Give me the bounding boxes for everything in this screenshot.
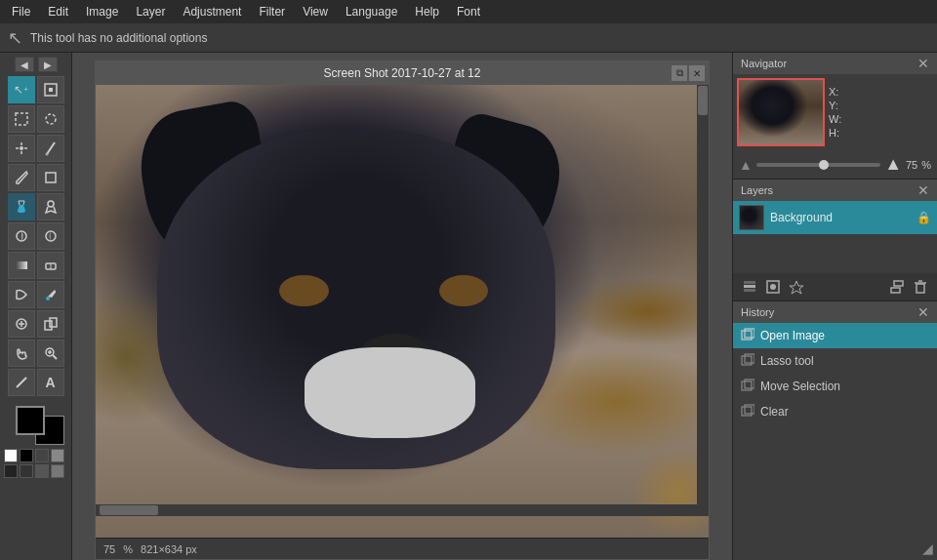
svg-rect-1: [49, 88, 53, 92]
menu-language[interactable]: Language: [338, 3, 405, 20]
stamp-tool-btn[interactable]: [37, 193, 64, 220]
burn-tool-btn[interactable]: [37, 222, 64, 250]
smudge-tool-btn[interactable]: [8, 281, 35, 308]
menu-edit[interactable]: Edit: [40, 3, 76, 20]
magic-wand-tool-btn[interactable]: [8, 135, 35, 162]
clone-tool-btn[interactable]: [37, 310, 64, 338]
bucket-tool-btn[interactable]: [8, 193, 35, 220]
history-item-label-3: Clear: [760, 405, 789, 419]
layers-close-btn[interactable]: ✕: [917, 182, 929, 198]
canvas-content[interactable]: [96, 85, 709, 538]
svg-rect-40: [742, 331, 752, 340]
color-preset-black[interactable]: [20, 449, 33, 462]
heal-tool-btn[interactable]: [8, 310, 35, 338]
svg-rect-41: [745, 329, 754, 338]
zoom-slider-thumb: [819, 160, 829, 170]
canvas-zoom-unit: %: [123, 543, 133, 555]
horizontal-scrollbar[interactable]: [96, 504, 697, 516]
svg-rect-46: [742, 407, 752, 416]
canvas-close-btn[interactable]: ✕: [689, 65, 705, 81]
zoom-tool-btn[interactable]: [37, 340, 64, 367]
eraser-tool-btn[interactable]: [37, 252, 64, 279]
svg-rect-37: [917, 284, 924, 293]
vertical-scrollbar[interactable]: [697, 85, 709, 516]
scrollbar-thumb-h: [100, 505, 158, 515]
layers-title: Layers: [741, 184, 773, 196]
transform-tool-btn[interactable]: [37, 76, 64, 103]
history-header[interactable]: History ✕: [733, 301, 937, 323]
color-presets-2: [4, 464, 68, 478]
menu-layer[interactable]: Layer: [128, 3, 173, 20]
layer-thumbnail: [739, 205, 764, 230]
layer-effects-btn[interactable]: [786, 277, 807, 297]
zoom-mountain-large-icon: ▲: [884, 154, 902, 175]
svg-line-28: [17, 378, 26, 387]
menu-image[interactable]: Image: [78, 3, 126, 20]
navigator-close-btn[interactable]: ✕: [917, 56, 929, 71]
svg-rect-2: [16, 113, 27, 125]
line-tool-btn[interactable]: [8, 369, 35, 396]
menu-adjustment[interactable]: Adjustment: [175, 3, 249, 20]
select-lasso-tool-btn[interactable]: [37, 105, 64, 133]
svg-rect-29: [744, 285, 755, 288]
text-tool-btn[interactable]: A: [37, 369, 64, 396]
layer-add-btn[interactable]: [886, 277, 908, 297]
menu-file[interactable]: File: [4, 3, 38, 20]
shape-tool-btn[interactable]: [37, 164, 64, 191]
layer-delete-btn[interactable]: [910, 277, 931, 297]
history-title: History: [741, 306, 774, 318]
svg-rect-42: [742, 356, 752, 365]
color-preset-4[interactable]: [51, 464, 64, 478]
layer-background-item[interactable]: Background 🔒: [733, 201, 937, 234]
zoom-slider[interactable]: [756, 163, 880, 167]
history-item-lasso[interactable]: Lasso tool: [733, 348, 937, 374]
history-item-open-image[interactable]: Open Image: [733, 323, 937, 348]
color-preset-gray2[interactable]: [51, 449, 64, 462]
layer-type-btn[interactable]: [739, 277, 760, 297]
eyedrop-tool-btn[interactable]: [37, 281, 64, 308]
history-item-clear[interactable]: Clear: [733, 399, 937, 424]
history-item-move-selection[interactable]: Move Selection: [733, 374, 937, 399]
layer-name: Background: [770, 211, 911, 224]
dodge-tool-btn[interactable]: [8, 222, 35, 250]
navigator-thumb-image: [739, 80, 823, 144]
menu-font[interactable]: Font: [449, 3, 488, 20]
foreground-color-swatch[interactable]: [16, 406, 45, 435]
navigator-thumbnail[interactable]: [737, 78, 825, 146]
nav-h-label: H:: [829, 127, 841, 139]
color-preset-2[interactable]: [20, 464, 33, 478]
move-tool-btn[interactable]: ↖+: [8, 76, 35, 103]
svg-rect-44: [742, 381, 752, 390]
zoom-percent-sign: %: [921, 159, 931, 171]
menu-help[interactable]: Help: [407, 3, 447, 20]
gradient-tool-btn[interactable]: [8, 252, 35, 279]
color-preset-gray1[interactable]: [35, 449, 49, 462]
navigator-header[interactable]: Navigator ✕: [733, 53, 937, 74]
svg-point-3: [46, 114, 56, 124]
pencil-tool-btn[interactable]: [37, 135, 64, 162]
canvas-restore-btn[interactable]: ⧉: [672, 65, 687, 81]
hand-tool-btn[interactable]: [8, 340, 35, 367]
toolbox: ◀ ▶ ↖+: [0, 53, 72, 560]
color-preset-3[interactable]: [35, 464, 49, 478]
tool-nav-next[interactable]: ▶: [38, 57, 58, 72]
layers-toolbar: [733, 273, 937, 300]
tool-nav-prev[interactable]: ◀: [15, 57, 34, 72]
menu-view[interactable]: View: [295, 3, 336, 20]
canvas-area: Screen Shot 2017-10-27 at 12 ⧉ ✕: [72, 53, 732, 560]
layer-mask-btn[interactable]: [762, 277, 784, 297]
brush-tool-btn[interactable]: [8, 164, 35, 191]
layers-panel: Layers ✕ Background 🔒: [733, 180, 937, 301]
svg-rect-36: [894, 281, 903, 286]
history-close-btn[interactable]: ✕: [917, 304, 929, 320]
scrollbar-thumb-v: [698, 86, 708, 115]
layers-header[interactable]: Layers ✕: [733, 180, 937, 201]
svg-rect-35: [891, 288, 900, 293]
menu-filter[interactable]: Filter: [251, 3, 293, 20]
color-preset-1[interactable]: [4, 464, 18, 478]
tool-options-arrow-icon[interactable]: ↖: [8, 27, 22, 49]
layer-lock-icon: 🔒: [917, 211, 931, 224]
history-corner-icon: ◢: [922, 540, 933, 556]
color-preset-white[interactable]: [4, 449, 18, 462]
select-rect-tool-btn[interactable]: [8, 105, 35, 133]
